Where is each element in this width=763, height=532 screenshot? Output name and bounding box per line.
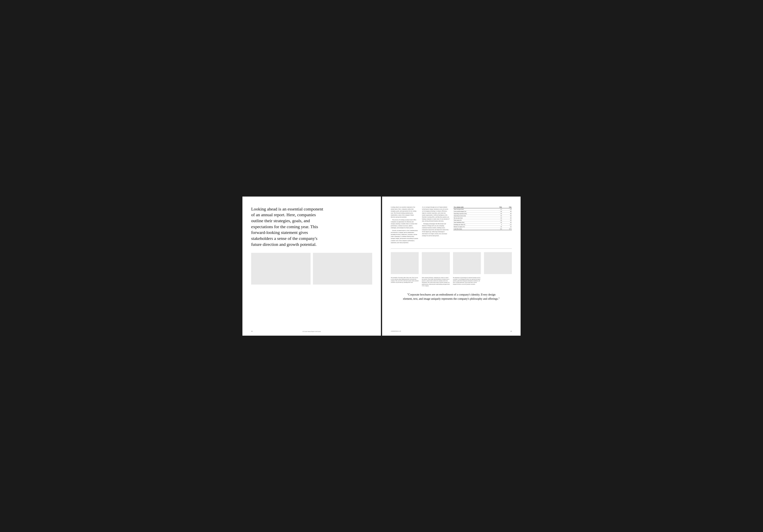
bottom-text-2: With corporate brochures, companies get … [422, 277, 450, 287]
table-row: Cash flow (£m) 0.6 0.75 [453, 228, 512, 230]
table-cell-label: Operating expenses (£m) [453, 212, 493, 215]
table-cell-val2: 65 [502, 221, 512, 223]
main-heading: Looking ahead is an essential component … [251, 206, 327, 248]
table-cell-val1: 1.5 [493, 208, 502, 210]
table-row: Return on equity (%) 22 25 [453, 226, 512, 228]
table-cell-val2: 25 [502, 226, 512, 228]
bottom-image-1 [391, 252, 419, 274]
table-cell-label: Total liabilities (£m) [453, 221, 493, 223]
right-page: Looking ahead is an essential component … [382, 196, 521, 336]
right-page-footer: stephenkelman.co.uk 25 [382, 331, 521, 332]
table-cell-val1: 63 [493, 210, 502, 212]
right-col-1: Looking ahead is an essential component … [391, 206, 418, 244]
bottom-text-1: The portability of brochures adds to the… [391, 277, 419, 287]
right-top-section: Looking ahead is an essential component … [391, 206, 512, 244]
bottom-text-3: The importance of good design in corpora… [453, 277, 481, 287]
table-header-col1: Title [493, 206, 502, 208]
bottom-image-2 [422, 252, 450, 274]
table-cell-label: Return on equity (%) [453, 226, 493, 228]
right-col-2: As we navigate through an era of unprece… [422, 206, 449, 244]
table-row: Gross profit margin (%) 63 65 [453, 210, 512, 212]
left-page-number: 24 [251, 331, 253, 332]
table-header-col2: Title [502, 206, 512, 208]
table-row: Operating income (£m) 63 65 [453, 215, 512, 217]
table-cell-label: Net income (£m) [453, 217, 493, 219]
right-col-2-text-2: Emerging technologies like Blockchain an… [422, 223, 449, 237]
table-cell-label: Gross profit margin (%) [453, 210, 493, 212]
left-page: Looking ahead is an essential component … [242, 196, 381, 336]
table-cell-val2: 65 [502, 212, 512, 215]
table-cell-label: Total assets (£) [453, 219, 493, 221]
table-row: Earnings per share (£) 2 2.5 [453, 223, 512, 226]
footer-center-text: US Letter Annual Report Grid System [303, 331, 321, 332]
table-cell-val2: 65 [502, 215, 512, 217]
two-column-table: Two column table Title Title Total reven… [453, 206, 512, 230]
table-cell-val1: 2 [493, 223, 502, 226]
table-cell-val1: 0.6 [493, 228, 502, 230]
table-cell-val1: 22 [493, 226, 502, 228]
table-cell-val2: 0.75 [502, 228, 512, 230]
table-cell-label: Operating income (£m) [453, 215, 493, 217]
table-cell-val1: 63 [493, 221, 502, 223]
footer-url: stephenkelman.co.uk [391, 331, 401, 332]
bottom-image-3 [453, 252, 481, 274]
table-cell-val2: 2.5 [502, 223, 512, 226]
table-section-wrapper: Two column table Title Title Total reven… [453, 206, 512, 244]
quote-text: "Corporate brochures are an embodiment o… [403, 292, 500, 301]
right-page-number: 25 [510, 331, 512, 332]
right-col-1-text-2: The process of creating an annual report… [391, 219, 418, 229]
right-col-1-text-3: Overall, an annual report is a key commu… [391, 230, 418, 244]
right-col-2-text: As we navigate through an era of unprece… [422, 206, 449, 222]
table-row: Total assets (£) 63 65 [453, 219, 512, 221]
table-cell-val1: 63 [493, 212, 502, 215]
table-cell-val1: 63 [493, 215, 502, 217]
table-cell-val2: 65 [502, 217, 512, 219]
table-row: Total liabilities (£m) 63 65 [453, 221, 512, 223]
right-col-1-text: Looking ahead is an essential component … [391, 206, 418, 218]
left-image-2 [313, 253, 372, 284]
table-cell-label: Total revenue (£m) [453, 208, 493, 210]
table-cell-val1: 63 [493, 217, 502, 219]
table-cell-label: Earnings per share (£) [453, 223, 493, 226]
bottom-text-4 [484, 277, 512, 287]
table-cell-val1: 63 [493, 219, 502, 221]
table-header-label: Two column table [453, 206, 493, 208]
table-cell-val2: 65 [502, 219, 512, 221]
table-cell-label: Cash flow (£m) [453, 228, 493, 230]
bottom-image-grid [391, 252, 512, 274]
left-image-1 [251, 253, 311, 284]
table-row: Total revenue (£m) 1.5 1.8 [453, 208, 512, 210]
bottom-text-row: The portability of brochures adds to the… [391, 277, 512, 287]
quote-section: "Corporate brochures are an embodiment o… [391, 290, 512, 303]
bottom-image-4 [484, 252, 512, 274]
table-row: Net income (£m) 63 65 [453, 217, 512, 219]
table-cell-val2: 65 [502, 210, 512, 212]
table-cell-val2: 1.8 [502, 208, 512, 210]
table-row: Operating expenses (£m) 63 65 [453, 212, 512, 215]
